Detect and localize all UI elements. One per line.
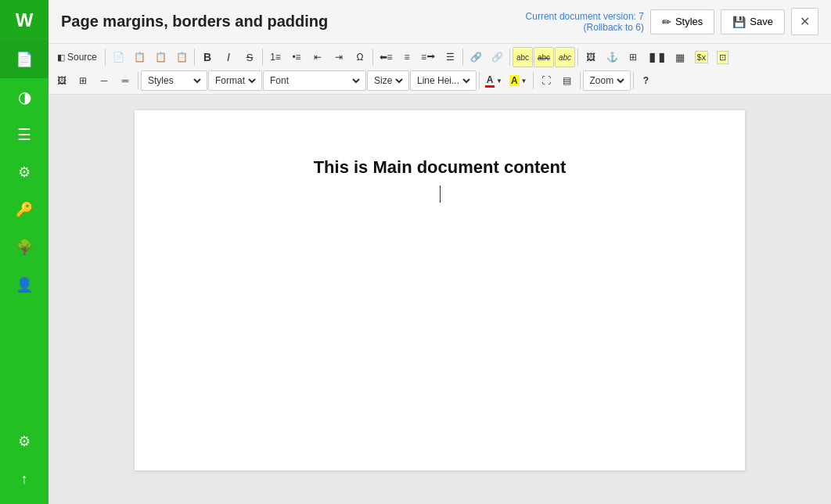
- sidebar-item-contrast[interactable]: ◑: [0, 78, 49, 116]
- new-doc-button[interactable]: 📄: [108, 47, 128, 67]
- template-button[interactable]: 📋: [129, 47, 149, 67]
- help-icon: ?: [643, 75, 649, 86]
- sidebar-item-export[interactable]: ↑: [0, 460, 49, 498]
- separator-3: [262, 49, 263, 66]
- image-icon: 🖼: [586, 52, 595, 63]
- size-dropdown[interactable]: Size 8 10 12 14: [367, 70, 409, 91]
- highlight-color-arrow: ▼: [521, 77, 527, 85]
- size-select[interactable]: Size 8 10 12 14: [371, 74, 405, 87]
- version-info[interactable]: Current document version: 7 (Rollback to…: [526, 11, 644, 33]
- bold-icon: B: [203, 51, 211, 63]
- paste-button[interactable]: 📋: [171, 47, 192, 67]
- blocks-button[interactable]: ▤: [557, 70, 577, 91]
- align-center-button[interactable]: ≡: [397, 47, 417, 67]
- italic-icon: I: [227, 51, 230, 63]
- widget-button[interactable]: ⊡: [712, 47, 732, 67]
- highlight-color-icon: A: [509, 75, 520, 86]
- styles-button-label: Styles: [675, 16, 703, 27]
- separator-row2-5: [633, 72, 634, 89]
- grid-button[interactable]: ⊞: [73, 70, 93, 91]
- sidebar-item-settings2[interactable]: ⚙: [0, 423, 49, 460]
- align-left-button[interactable]: ⬅≡: [376, 47, 396, 67]
- separator-2: [194, 49, 195, 66]
- widget-icon: ⊡: [717, 51, 728, 64]
- link-icon: 🔗: [470, 52, 482, 63]
- indent-button[interactable]: ⇥: [329, 47, 349, 67]
- strikethrough-button[interactable]: S: [239, 47, 260, 67]
- hr2-button[interactable]: ═: [115, 70, 135, 91]
- hr-button[interactable]: ─: [94, 70, 114, 91]
- source-button[interactable]: ◧ Source: [52, 47, 103, 67]
- image-button[interactable]: 🖼: [581, 47, 601, 67]
- highlight-color-button[interactable]: A ▼: [506, 70, 531, 91]
- outdent-icon: ⇤: [314, 52, 322, 63]
- align-justify-button[interactable]: ☰: [440, 47, 460, 67]
- sidebar-item-key[interactable]: 🔑: [0, 191, 49, 229]
- close-icon: ✕: [800, 14, 810, 29]
- separator-6: [509, 49, 510, 66]
- editor-area[interactable]: This is Main document content: [49, 95, 831, 504]
- main-area: Page margins, borders and padding Curren…: [49, 0, 831, 504]
- special-char-button[interactable]: Ω: [350, 47, 370, 67]
- zoom-select[interactable]: Zoom 50% 75% 100% 125% 150%: [587, 74, 627, 87]
- qr-icon: ▦: [675, 52, 685, 63]
- separator-row2-2: [479, 72, 480, 89]
- font-dropdown[interactable]: Font Arial Times New Roman: [263, 70, 366, 91]
- sidebar-item-list[interactable]: ☰: [0, 116, 49, 153]
- styles-dropdown[interactable]: Styles Normal Heading 1 Heading 2: [141, 70, 207, 91]
- separator-1: [105, 49, 106, 66]
- bold-button[interactable]: B: [197, 47, 218, 67]
- ordered-list-button[interactable]: 1≡: [265, 47, 286, 67]
- zoom-dropdown[interactable]: Zoom 50% 75% 100% 125% 150%: [583, 70, 631, 91]
- pencil-icon: ✏: [662, 16, 671, 28]
- styles-select[interactable]: Styles Normal Heading 1 Heading 2: [145, 74, 203, 87]
- line-height-dropdown[interactable]: Line Hei... 1 1.5 2: [410, 70, 477, 91]
- expand-button[interactable]: ⛶: [536, 70, 556, 91]
- line-height-select[interactable]: Line Hei... 1 1.5 2: [414, 74, 473, 87]
- source-icon: ◧: [57, 52, 65, 63]
- img-row-icon: 🖼: [57, 75, 67, 86]
- sidebar-item-user[interactable]: 👤: [0, 266, 49, 304]
- table-button[interactable]: ⊞: [623, 47, 643, 67]
- barcode-button[interactable]: ▐▌▐▌: [644, 47, 669, 67]
- close-button[interactable]: ✕: [791, 8, 818, 35]
- clipboard-button[interactable]: 📋: [150, 47, 171, 67]
- align-right-button[interactable]: ≡⮕: [418, 47, 439, 67]
- highlight-btn-1[interactable]: abc: [513, 47, 533, 67]
- tree-icon: 🌳: [16, 239, 33, 256]
- anchor-icon: ⚓: [606, 52, 618, 63]
- styles-button[interactable]: ✏ Styles: [650, 9, 714, 34]
- sidebar: W 📄 ◑ ☰ ⚙ 🔑 🌳 👤 ⚙ ↑: [0, 0, 49, 504]
- save-button[interactable]: 💾 Save: [721, 9, 785, 34]
- font-color-button[interactable]: A ▼: [482, 70, 505, 91]
- list-icon: ☰: [17, 125, 31, 144]
- expand-icon: ⛶: [541, 75, 551, 86]
- align-center-icon: ≡: [405, 52, 410, 63]
- editor-page[interactable]: This is Main document content: [135, 110, 745, 470]
- font-select[interactable]: Font Arial Times New Roman: [267, 74, 362, 87]
- format-dropdown[interactable]: Format Bold Italic: [208, 70, 262, 91]
- unlink-button[interactable]: 🔗: [487, 47, 507, 67]
- hr-icon: ─: [101, 75, 108, 86]
- anchor-button[interactable]: ⚓: [602, 47, 622, 67]
- format-select[interactable]: Format Bold Italic: [212, 74, 258, 87]
- unlink-icon: 🔗: [491, 52, 503, 63]
- formula-button[interactable]: $x: [691, 47, 711, 67]
- italic-button[interactable]: I: [218, 47, 239, 67]
- outdent-button[interactable]: ⇤: [308, 47, 328, 67]
- highlight-btn-2[interactable]: abc: [534, 47, 554, 67]
- separator-row2-3: [533, 72, 534, 89]
- align-left-icon: ⬅≡: [380, 52, 393, 63]
- highlight-btn-3[interactable]: abc: [555, 47, 575, 67]
- img-row-button[interactable]: 🖼: [52, 70, 72, 91]
- font-color-icon: A: [485, 74, 495, 88]
- qr-button[interactable]: ▦: [670, 47, 690, 67]
- link-button[interactable]: 🔗: [466, 47, 486, 67]
- help-button[interactable]: ?: [636, 70, 657, 91]
- unordered-list-button[interactable]: •≡: [286, 47, 307, 67]
- editor-content[interactable]: This is Main document content: [182, 142, 698, 178]
- sidebar-item-tree[interactable]: 🌳: [0, 229, 49, 266]
- strikethrough-icon: S: [246, 52, 254, 63]
- sidebar-item-document[interactable]: 📄: [0, 41, 49, 78]
- sidebar-item-settings[interactable]: ⚙: [0, 153, 49, 191]
